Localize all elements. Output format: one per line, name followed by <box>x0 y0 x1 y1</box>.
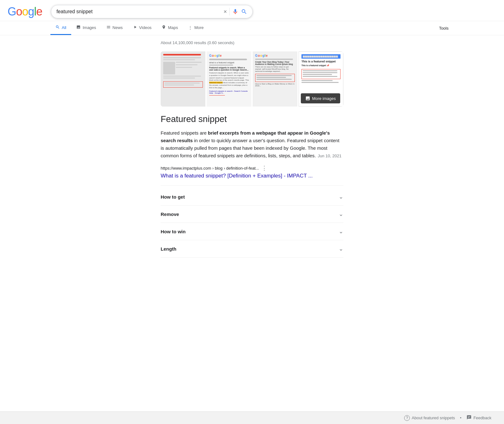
tab-images-label: Images <box>83 25 96 30</box>
thumb-2[interactable]: Google what is a featured snippet Featur… <box>207 51 251 107</box>
accordion-label-length: Length <box>161 246 176 252</box>
snippet-body-prefix: Featured snippets are <box>161 130 208 136</box>
results-count: About 14,100,000 results (0.60 seconds) <box>161 40 343 45</box>
search-button[interactable] <box>241 9 247 15</box>
thumb-1[interactable] <box>161 51 205 107</box>
main-content: About 14,100,000 results (0.60 seconds) <box>110 35 394 283</box>
thumb4-red-outline <box>301 69 341 79</box>
google-logo: Google <box>8 5 42 18</box>
snippet-title: Featured snippet <box>161 114 343 124</box>
accordion-length[interactable]: Length ⌄ <box>161 240 343 258</box>
header: Google featured snippet × <box>0 0 504 21</box>
accordion-label-how-to-win: How to win <box>161 229 186 234</box>
tab-images[interactable]: Images <box>71 21 101 35</box>
more-dots-icon: ⋮ <box>188 25 192 30</box>
maps-icon <box>162 25 166 30</box>
logo-e: e <box>36 5 42 18</box>
accordion-how-to-get[interactable]: How to get ⌄ <box>161 188 343 206</box>
tab-more-label: More <box>194 25 204 30</box>
more-images-label: More images <box>312 96 336 101</box>
mic-button[interactable] <box>232 9 238 15</box>
tab-videos[interactable]: Videos <box>128 21 157 35</box>
accordion-how-to-win[interactable]: How to win ⌄ <box>161 223 343 240</box>
logo-g: G <box>8 5 16 18</box>
snippet-body: Featured snippets are brief excerpts fro… <box>161 129 343 160</box>
tab-all[interactable]: All <box>50 21 71 35</box>
search-bar: featured snippet × <box>51 5 253 18</box>
videos-icon <box>133 25 137 30</box>
tab-news[interactable]: News <box>101 21 128 35</box>
thumb2-title: what is a featured snippet <box>209 61 249 64</box>
chevron-down-icon-4: ⌄ <box>339 245 343 252</box>
news-icon <box>106 25 111 30</box>
mic-icon <box>232 9 238 15</box>
image-strip: Google what is a featured snippet Featur… <box>161 51 343 107</box>
accordion-list: How to get ⌄ Remove ⌄ How to win ⌄ Lengt… <box>161 188 343 258</box>
search-icon <box>241 9 247 15</box>
tab-more[interactable]: ⋮ More <box>183 21 209 35</box>
search-input[interactable]: featured snippet <box>56 9 221 15</box>
clear-button[interactable]: × <box>224 9 227 15</box>
images-icon <box>76 25 81 30</box>
thumb4-title: This is a featured snippet <box>301 60 341 63</box>
tab-news-label: News <box>112 25 123 30</box>
source-options-button[interactable]: ⋮ <box>261 165 267 171</box>
search-divider <box>229 8 230 15</box>
source-link[interactable]: What is a featured snippet? [Definition … <box>161 173 343 179</box>
thumb-3[interactable]: Google Create Your Own Blog Today | Your… <box>253 51 297 107</box>
logo-o2: o <box>22 5 28 18</box>
all-icon <box>55 25 60 30</box>
thumb4-header: ⬜⬜⬜⬜⬜⬜⬜⬜⬜⬜⬜⬜⬜⬜⬜⬜ <box>301 54 341 59</box>
tab-videos-label: Videos <box>139 25 152 30</box>
snippet-divider <box>161 185 343 186</box>
nav-tabs: All Images News Videos Maps ⋮ More Tools <box>0 21 504 35</box>
chevron-down-icon-3: ⌄ <box>339 228 343 235</box>
tools-button[interactable]: Tools <box>434 22 454 34</box>
tab-maps-label: Maps <box>168 25 178 30</box>
accordion-label-remove: Remove <box>161 212 179 217</box>
accordion-remove[interactable]: Remove ⌄ <box>161 206 343 223</box>
snippet-date: Jun 10, 2021 <box>318 154 341 158</box>
tab-all-label: All <box>62 25 66 30</box>
source-url: https://www.impactplus.com › blog › defi… <box>161 165 343 171</box>
more-images-button[interactable]: More images <box>301 93 340 103</box>
chevron-down-icon-1: ⌄ <box>339 193 343 200</box>
logo-o1: o <box>16 5 22 18</box>
tab-maps[interactable]: Maps <box>157 21 183 35</box>
accordion-label-how-to-get: How to get <box>161 194 185 200</box>
image-icon <box>305 96 310 101</box>
logo-g2: g <box>28 5 34 18</box>
source-url-text: https://www.impactplus.com › blog › defi… <box>161 166 259 171</box>
chevron-down-icon-2: ⌄ <box>339 211 343 218</box>
